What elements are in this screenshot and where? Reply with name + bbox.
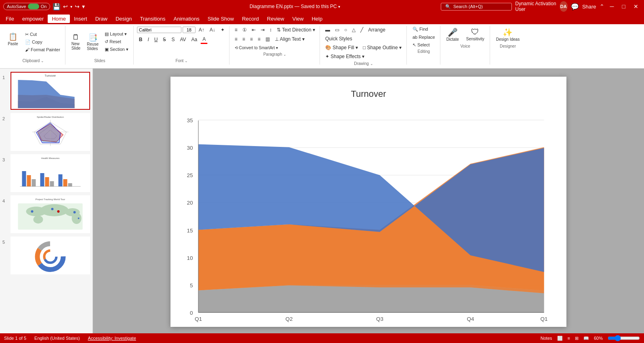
increase-indent-button[interactable]: ⇥	[259, 26, 267, 34]
italic-button[interactable]: I	[145, 36, 151, 44]
menu-insert[interactable]: Insert	[70, 15, 91, 23]
smartart-button[interactable]: ⟲ Convert to SmartArt ▾	[233, 44, 280, 51]
menu-review[interactable]: Review	[263, 15, 288, 23]
minimize-button[interactable]: ─	[608, 3, 617, 10]
underline-button[interactable]: U	[152, 36, 160, 44]
find-button[interactable]: 🔍 Find	[410, 26, 438, 33]
menu-transitions[interactable]: Transitions	[136, 15, 169, 23]
triangle-icon[interactable]: △	[350, 26, 358, 34]
shape-effects-button[interactable]: ✦ Shape Effects ▾	[323, 52, 366, 61]
cut-button[interactable]: ✂ Cut	[23, 31, 63, 38]
reuse-slides-button[interactable]: 📑 ReuseSlides	[84, 31, 101, 52]
rectangle-icon[interactable]: ▬	[323, 26, 332, 34]
font-color-button[interactable]: A	[200, 35, 208, 44]
slide-thumb-4[interactable]: Project Tracking World Tour	[11, 195, 90, 233]
autosave-toggle[interactable]	[28, 4, 39, 9]
notes-button[interactable]: Notes	[541, 336, 552, 341]
paste-button[interactable]: 📋 Paste	[4, 31, 22, 53]
shadow-button[interactable]: S	[169, 36, 177, 44]
columns-button[interactable]: ▥	[263, 35, 272, 43]
undo-icon[interactable]: ↩	[63, 3, 68, 10]
quick-access-icon[interactable]: ▾	[82, 3, 85, 10]
quick-styles-button[interactable]: Quick Styles	[323, 35, 354, 43]
slide-item-5[interactable]: 5	[2, 236, 90, 274]
align-right-button[interactable]: ≡	[248, 35, 255, 43]
slide-item-1[interactable]: 1 Turnover	[2, 72, 90, 110]
change-case-button[interactable]: Aa	[189, 36, 200, 44]
view-sorter-icon[interactable]: ⊞	[575, 336, 579, 341]
redo-icon[interactable]: ↪	[75, 3, 80, 10]
layout-button[interactable]: ▤ Layout ▾	[102, 31, 131, 38]
share-comment-icon[interactable]: 💬	[571, 3, 579, 10]
menu-design[interactable]: Design	[112, 15, 136, 23]
user-avatar[interactable]: DA	[560, 1, 568, 12]
align-left-button[interactable]: ≡	[233, 35, 240, 43]
design-ideas-button[interactable]: ✨ Design Ideas	[493, 26, 522, 43]
decrease-indent-button[interactable]: ⇤	[250, 26, 258, 34]
paste-icon: 📋	[8, 32, 17, 41]
line-spacing-button[interactable]: ↕	[267, 26, 274, 34]
zoom-slider[interactable]	[608, 335, 640, 341]
close-button[interactable]: ✕	[631, 3, 641, 10]
menu-draw[interactable]: Draw	[91, 15, 112, 23]
slide-thumb-1[interactable]: Turnover	[11, 72, 90, 110]
ribbon-collapse-icon[interactable]: ⌃	[600, 3, 604, 10]
oval-icon[interactable]: ○	[342, 26, 349, 34]
ribbon-group-slides: 🗒 NewSlide 📑 ReuseSlides ▤ Layout ▾ ↺ Re…	[66, 26, 134, 65]
restore-button[interactable]: □	[620, 3, 628, 10]
view-reading-icon[interactable]: 📖	[583, 336, 589, 341]
format-painter-button[interactable]: 🖌 Format Painter	[23, 46, 63, 53]
menu-slideshow[interactable]: Slide Show	[204, 15, 238, 23]
saved-dropdown-icon[interactable]: ▾	[338, 4, 340, 9]
rounded-rect-icon[interactable]: ▭	[333, 26, 341, 34]
bold-button[interactable]: B	[137, 36, 145, 44]
sensitivity-button[interactable]: 🛡 Sensitivity	[463, 26, 487, 43]
view-outline-icon[interactable]: ≡	[568, 336, 570, 341]
replace-button[interactable]: ab Replace	[410, 34, 438, 40]
slide-item-2[interactable]: 2 Spider/Radar Distribution	[2, 113, 90, 151]
section-button[interactable]: ▣ Section ▾	[102, 46, 131, 53]
bullets-button[interactable]: ≡	[233, 26, 240, 34]
select-button[interactable]: ↖ Select	[410, 42, 438, 48]
slide-thumb-2[interactable]: Spider/Radar Distribution	[11, 113, 90, 151]
increase-font-button[interactable]: A↑	[197, 26, 206, 34]
font-name-input[interactable]	[137, 27, 181, 33]
text-direction-button[interactable]: ⇅ Text Direction ▾	[275, 26, 317, 34]
menu-help[interactable]: Help	[307, 15, 326, 23]
line-icon[interactable]: ╱	[358, 26, 365, 34]
search-box[interactable]: 🔍 Search (Alt+Q)	[441, 3, 512, 10]
arrange-button[interactable]: Arrange	[366, 26, 387, 34]
shape-fill-button[interactable]: 🎨 Shape Fill ▾	[323, 44, 360, 52]
save-icon[interactable]: 💾	[53, 3, 61, 10]
menu-animations[interactable]: Animations	[170, 15, 204, 23]
slide-item-3[interactable]: 3 Health Measures	[2, 154, 90, 192]
center-button[interactable]: ≡	[240, 35, 247, 43]
menu-file[interactable]: File	[2, 15, 18, 23]
dictate-button[interactable]: 🎤 Dictate	[444, 26, 462, 43]
char-spacing-button[interactable]: AV	[178, 36, 188, 44]
slide-thumb-5[interactable]	[11, 236, 90, 274]
decrease-font-button[interactable]: A↓	[208, 26, 217, 34]
menu-view[interactable]: View	[288, 15, 307, 23]
menu-empower[interactable]: empower	[18, 15, 48, 23]
filename: Diagramme EN.pptx	[250, 4, 293, 9]
autosave-control[interactable]: AutoSave On	[3, 3, 50, 10]
align-text-button[interactable]: ⊥ Align Text ▾	[273, 35, 307, 43]
menu-home[interactable]: Home	[48, 15, 70, 23]
share-button[interactable]: Share	[582, 4, 596, 10]
slide-thumb-3[interactable]: Health Measures	[11, 154, 90, 192]
justify-button[interactable]: ≡	[256, 35, 263, 43]
menu-record[interactable]: Record	[238, 15, 263, 23]
numbering-button[interactable]: ①	[240, 26, 249, 34]
accessibility-info[interactable]: Accessibility: Investigate	[88, 336, 136, 341]
font-size-input[interactable]	[183, 27, 196, 33]
new-slide-button[interactable]: 🗒 NewSlide	[69, 31, 83, 52]
shape-outline-button[interactable]: □ Shape Outline ▾	[361, 44, 404, 52]
strikethrough-button[interactable]: S̶	[161, 36, 168, 44]
clear-format-button[interactable]: ✦	[219, 26, 227, 34]
slide-item-4[interactable]: 4 Project Tracking World Tour	[2, 195, 90, 233]
copy-button[interactable]: 📄 Copy	[23, 39, 63, 46]
reset-button[interactable]: ↺ Reset	[102, 38, 131, 45]
view-normal-icon[interactable]: ⬜	[557, 336, 563, 341]
undo-dropdown-icon[interactable]: ▾	[70, 4, 72, 9]
